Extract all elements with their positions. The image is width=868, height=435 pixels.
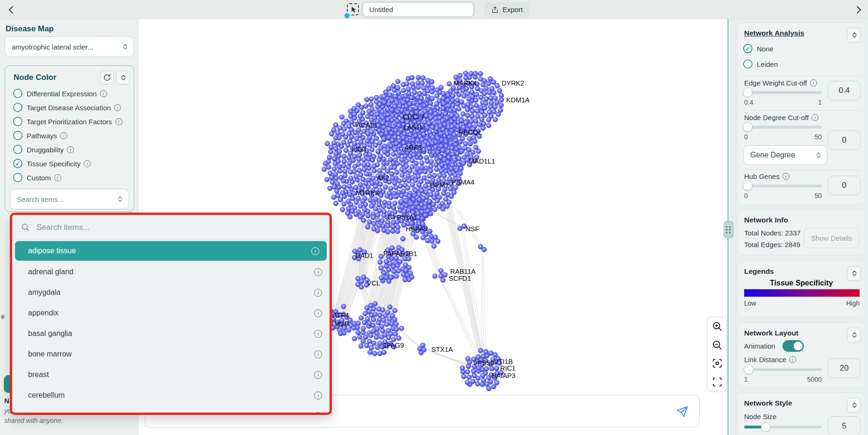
radio-unchecked[interactable] bbox=[13, 145, 22, 154]
network-analysis-card: Network Analysis ✓ None Leiden Edge Weig… bbox=[737, 22, 866, 205]
option-label: Custom bbox=[27, 174, 51, 182]
radio-unchecked[interactable] bbox=[13, 131, 22, 140]
item-label: basal ganglia bbox=[28, 329, 314, 338]
slider-thumb[interactable] bbox=[744, 364, 753, 374]
export-label: Export bbox=[502, 6, 523, 14]
network-info-card: Network Info Total Nodes: 2337 Total Edg… bbox=[737, 209, 866, 255]
gene-label: PAFAH1B1 bbox=[383, 250, 417, 257]
slider-thumb[interactable] bbox=[743, 87, 753, 97]
dropdown-search-input[interactable] bbox=[36, 223, 322, 232]
legends-title: Legends bbox=[744, 267, 774, 276]
dropdown-item-basal-ganglia[interactable]: basal ganglia i bbox=[12, 323, 330, 344]
export-icon bbox=[491, 5, 499, 14]
gene-label: SPAG9 bbox=[382, 342, 404, 349]
gene-degree-select[interactable]: Gene Degree bbox=[743, 145, 827, 165]
info-icon[interactable]: i bbox=[782, 173, 789, 180]
search-icon bbox=[21, 222, 31, 233]
slider-thumb[interactable] bbox=[743, 181, 753, 191]
gene-label: CDC27 bbox=[402, 113, 425, 121]
info-icon[interactable]: i bbox=[115, 118, 122, 125]
radio-unchecked[interactable] bbox=[13, 103, 22, 112]
panel-resize-handle[interactable] bbox=[724, 221, 733, 238]
item-label: adipose tissue bbox=[28, 247, 311, 255]
slider-min: 0 bbox=[744, 192, 748, 200]
send-icon[interactable] bbox=[676, 405, 689, 418]
zoom-out-button[interactable] bbox=[711, 338, 723, 351]
info-icon[interactable]: i bbox=[314, 412, 322, 415]
gene-label: ATF4 bbox=[333, 312, 349, 319]
info-icon[interactable]: i bbox=[60, 132, 67, 139]
info-icon[interactable]: i bbox=[314, 371, 322, 379]
collapse-button[interactable] bbox=[847, 398, 861, 413]
show-details-button[interactable]: Show Details bbox=[803, 228, 860, 248]
hub-genes-slider[interactable] bbox=[744, 185, 822, 187]
forward-button[interactable] bbox=[853, 4, 864, 15]
slider-thumb[interactable] bbox=[761, 422, 771, 432]
search-items-select[interactable]: Search items... bbox=[10, 189, 129, 209]
edge-weight-slider[interactable] bbox=[744, 91, 822, 94]
info-icon[interactable]: i bbox=[54, 174, 61, 181]
edge-weight-value[interactable]: 0.4 bbox=[828, 81, 861, 100]
option-label: Differential Expression bbox=[27, 90, 97, 98]
gene-label: RIC1 bbox=[500, 364, 516, 372]
hub-genes-value[interactable]: 0 bbox=[828, 176, 861, 195]
animation-toggle[interactable] bbox=[782, 340, 804, 352]
dropdown-item-bone-marrow[interactable]: bone marrow i bbox=[12, 344, 330, 364]
option-custom: Custom i bbox=[5, 171, 134, 185]
radio-checked[interactable]: ✓ bbox=[743, 44, 753, 53]
export-button[interactable]: Export bbox=[484, 2, 529, 17]
refresh-button[interactable] bbox=[100, 71, 114, 85]
collapse-button[interactable] bbox=[847, 328, 861, 342]
zoom-in-button[interactable] bbox=[711, 320, 723, 333]
fullscreen-button[interactable] bbox=[711, 375, 723, 388]
option-differential-expression: Differential Expression i bbox=[5, 86, 134, 100]
network-analysis-title: Network Analysis bbox=[744, 29, 804, 37]
dropdown-item-cerebral-cortex[interactable]: cerebral cortex i bbox=[12, 406, 330, 415]
radio-unchecked[interactable] bbox=[13, 173, 22, 182]
dropdown-item-breast[interactable]: breast i bbox=[12, 364, 330, 385]
node-size-value[interactable]: 5 bbox=[828, 416, 861, 435]
tissue-dropdown: adipose tissue i adrenal gland i amygdal… bbox=[10, 213, 332, 415]
link-distance-value[interactable]: 20 bbox=[828, 358, 861, 378]
info-icon[interactable]: i bbox=[314, 392, 322, 399]
slider-thumb[interactable] bbox=[743, 122, 753, 132]
gene-label: AK2 bbox=[377, 174, 389, 182]
radio-unchecked[interactable] bbox=[13, 89, 22, 98]
info-icon[interactable]: i bbox=[789, 356, 796, 363]
dropdown-item-amygdala[interactable]: amygdala i bbox=[12, 282, 330, 303]
info-icon[interactable]: i bbox=[84, 160, 91, 167]
slider-min: 0.4 bbox=[744, 99, 753, 106]
info-icon[interactable]: i bbox=[67, 146, 74, 153]
collapse-button[interactable] bbox=[116, 71, 130, 85]
gene-label: MTREX bbox=[356, 189, 380, 197]
info-icon[interactable]: i bbox=[314, 330, 322, 338]
radio-checked[interactable]: ✓ bbox=[13, 159, 22, 168]
info-icon[interactable]: i bbox=[311, 247, 319, 255]
collapse-button[interactable] bbox=[847, 28, 861, 43]
info-icon[interactable]: i bbox=[811, 114, 818, 121]
radio-unchecked[interactable] bbox=[743, 59, 753, 69]
dropdown-item-adipose-tissue[interactable]: adipose tissue i bbox=[15, 241, 327, 261]
back-button[interactable] bbox=[6, 4, 17, 15]
info-icon[interactable]: i bbox=[314, 350, 322, 358]
dropdown-item-cerebellum[interactable]: cerebellum i bbox=[12, 385, 330, 406]
radio-unchecked[interactable] bbox=[13, 117, 22, 126]
info-icon[interactable]: i bbox=[314, 289, 322, 297]
center-focus-button[interactable] bbox=[711, 357, 723, 370]
gene-label: HSPA5 bbox=[406, 225, 427, 233]
node-degree-slider[interactable] bbox=[744, 126, 822, 128]
info-icon[interactable]: i bbox=[114, 104, 121, 111]
gene-label: MAD1L1 bbox=[469, 157, 495, 165]
node-size-slider[interactable] bbox=[744, 426, 822, 428]
slider-max: 5000 bbox=[807, 376, 822, 383]
info-icon[interactable]: i bbox=[314, 268, 322, 276]
disease-map-select[interactable]: amyotrophic lateral scler... bbox=[5, 36, 134, 57]
project-title-input[interactable] bbox=[363, 2, 473, 17]
dropdown-item-adrenal-gland[interactable]: adrenal gland i bbox=[12, 262, 330, 282]
info-icon[interactable]: i bbox=[810, 79, 817, 86]
info-icon[interactable]: i bbox=[100, 90, 107, 97]
dropdown-item-appendix[interactable]: appendix i bbox=[12, 303, 330, 323]
node-degree-value[interactable]: 0 bbox=[828, 130, 861, 150]
info-icon[interactable]: i bbox=[314, 309, 322, 317]
link-distance-slider[interactable] bbox=[744, 368, 822, 371]
